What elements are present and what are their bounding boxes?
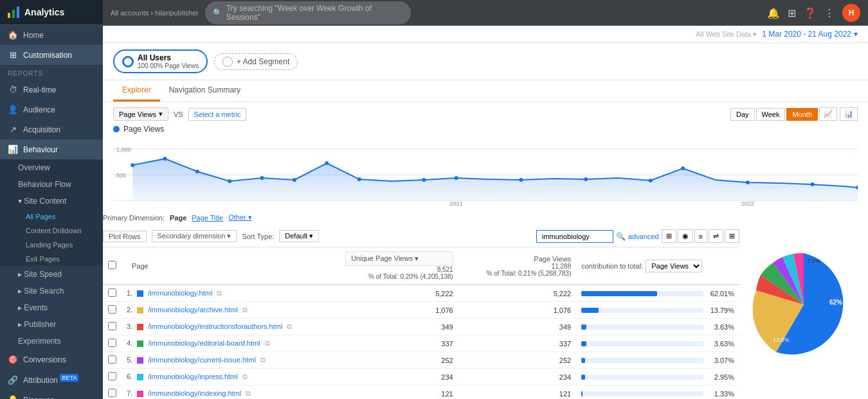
sidebar-item-behaviour[interactable]: 📊 Behaviour — [0, 139, 103, 159]
customisation-icon: ⊞ — [8, 50, 18, 60]
sidebar-item-customisation[interactable]: ⊞ Customisation — [0, 45, 103, 65]
chart-dot — [455, 176, 458, 180]
row-checkbox-1[interactable] — [108, 305, 116, 314]
sidebar-item-discover[interactable]: 💡 Discover — [0, 390, 103, 399]
bar-chart-btn[interactable]: 📊 — [840, 107, 858, 121]
row-checkbox-6[interactable] — [108, 389, 116, 397]
row-page-link[interactable]: /immunobiology/current-issue.html — [148, 356, 256, 364]
all-users-label: All Users — [138, 53, 199, 62]
tab-explorer[interactable]: Explorer — [113, 80, 160, 102]
sidebar-item-conversions[interactable]: 🎯 Conversions — [0, 350, 103, 369]
row-external-icon[interactable]: ⧉ — [246, 389, 251, 397]
chart-dot — [260, 176, 264, 180]
row-checkbox-2[interactable] — [108, 322, 116, 330]
notifications-icon[interactable]: 🔔 — [767, 7, 780, 19]
unique-pv-header-box[interactable]: Unique Page Views ▾ — [345, 251, 453, 266]
sidebar-item-behaviour-flow[interactable]: Behaviour Flow — [0, 176, 103, 193]
sidebar-item-all-pages[interactable]: All Pages — [0, 209, 103, 224]
chart-area: Page Views ▾ VS Select a metric Day Week… — [103, 102, 868, 209]
row-external-icon[interactable]: ⧉ — [242, 306, 248, 314]
sidebar-item-experiments[interactable]: Experiments — [0, 333, 103, 350]
sort-type-selector[interactable]: Default ▾ — [279, 230, 319, 242]
row-page-link[interactable]: /immunobiology/editorial-board.html — [148, 339, 260, 347]
sidebar-item-attribution[interactable]: 🔗 Attribution BETA — [0, 369, 103, 390]
segment-circle-icon — [122, 56, 134, 67]
row-upv: 234 — [340, 369, 458, 386]
sidebar-item-home[interactable]: 🏠 Home — [0, 25, 103, 45]
period-day-btn[interactable]: Day — [730, 108, 755, 121]
row-checkbox-0[interactable] — [108, 288, 116, 297]
sidebar-item-landing-pages[interactable]: Landing Pages — [0, 238, 103, 252]
list-view-btn[interactable]: ≡ — [694, 229, 707, 243]
sidebar-item-audience[interactable]: 👤 Audience — [0, 100, 103, 120]
row-checkbox-3[interactable] — [108, 339, 116, 347]
breadcrumb-account[interactable]: hilaripublisher — [155, 9, 199, 17]
period-week-btn[interactable]: Week — [756, 108, 786, 121]
row-pv: 252 — [458, 352, 577, 369]
sidebar-item-publisher[interactable]: ▸ Publisher — [0, 316, 103, 333]
th-unique-page-views[interactable]: Unique Page Views ▾ 8,521 % of Total: 0.… — [340, 247, 458, 285]
sidebar-item-realtime[interactable]: ⏱ Real-time — [0, 80, 103, 100]
row-external-icon[interactable]: ⧉ — [217, 289, 222, 297]
row-external-icon[interactable]: ⧉ — [242, 373, 248, 380]
row-pct: 3.07% — [709, 357, 734, 364]
row-external-icon[interactable]: ⧉ — [287, 323, 292, 330]
app-header: Analytics — [0, 0, 103, 25]
select-all-checkbox[interactable] — [108, 261, 116, 269]
row-checkbox-5[interactable] — [108, 372, 116, 380]
more-icon[interactable]: ⋮ — [824, 7, 835, 19]
date-range-selector[interactable]: 1 Mar 2020 - 21 Aug 2022 ▾ — [762, 30, 858, 39]
row-page-link[interactable]: /immunobiology/archive.html — [148, 306, 237, 314]
secondary-dim-label: Secondary dimension ▾ — [158, 232, 231, 240]
row-page-link[interactable]: /immunobiology/inpress.html — [148, 373, 237, 380]
metric-selector[interactable]: Page Views ▾ — [113, 107, 168, 121]
advanced-link[interactable]: advanced — [628, 233, 659, 240]
sidebar-item-site-content[interactable]: ▾ Site Content — [0, 193, 103, 209]
row-external-icon[interactable]: ⧉ — [260, 356, 266, 364]
period-month-btn[interactable]: Month — [786, 108, 818, 121]
sidebar-item-exit-pages[interactable]: Exit Pages — [0, 252, 103, 266]
dim-other-link[interactable]: Other ▾ — [228, 213, 252, 222]
row-checkbox-4[interactable] — [108, 355, 116, 364]
add-segment-button[interactable]: + Add Segment — [214, 53, 298, 70]
chart-dot — [195, 170, 199, 173]
row-page-link[interactable]: /immunobiology/instructionsforauthors.ht… — [148, 323, 282, 330]
search-box[interactable]: 🔍 Try searching "Week over Week Growth o… — [205, 1, 411, 24]
row-page-link[interactable]: /immunobiology.html — [148, 289, 212, 297]
line-chart-btn[interactable]: 📈 — [819, 107, 837, 121]
sidebar-item-site-speed[interactable]: ▸ Site Speed — [0, 266, 103, 283]
row-external-icon[interactable]: ⧉ — [265, 339, 270, 347]
pie-view-btn[interactable]: ◉ — [678, 229, 693, 243]
sidebar-item-content-drilldown[interactable]: Content Drilldown — [0, 224, 103, 238]
select-metric-btn[interactable]: Select a metric — [188, 108, 247, 121]
dim-page-link[interactable]: Page — [170, 214, 186, 222]
vs-label: VS — [174, 111, 183, 118]
user-avatar[interactable]: H — [842, 4, 860, 22]
row-bar — [581, 308, 599, 313]
sidebar-item-acquisition[interactable]: ↗ Acquisition — [0, 120, 103, 139]
all-users-segment[interactable]: All Users 100.00% Page Views — [113, 49, 208, 73]
chart-dot — [131, 163, 134, 167]
dim-page-title-link[interactable]: Page Title — [192, 214, 223, 222]
data-table: Page Unique Page Views ▾ 8,521 % of Tota… — [103, 247, 739, 399]
row-page-link[interactable]: /immunobiology/indexing.html — [148, 389, 241, 397]
pivot-view-btn[interactable]: ⊞ — [725, 229, 739, 243]
date-range-bar: All Web Site Data ▾ 1 Mar 2020 - 21 Aug … — [103, 26, 868, 43]
sidebar-item-events[interactable]: ▸ Events — [0, 299, 103, 316]
plot-rows-button[interactable]: Plot Rows — [103, 231, 147, 242]
search-filter-input[interactable] — [536, 230, 613, 243]
search-icon-btn[interactable]: 🔍 — [616, 232, 626, 241]
row-pct: 3.63% — [709, 323, 734, 331]
compare-view-btn[interactable]: ⇌ — [709, 229, 723, 243]
secondary-dimension-button[interactable]: Secondary dimension ▾ — [152, 230, 237, 242]
grid-icon[interactable]: ⊞ — [788, 7, 796, 19]
tab-navigation-summary[interactable]: Navigation Summary — [160, 80, 249, 102]
grid-view-btn[interactable]: ⊞ — [662, 229, 676, 243]
sidebar-item-overview[interactable]: Overview — [0, 159, 103, 176]
contribution-select[interactable]: Page Views — [646, 260, 702, 272]
help-icon[interactable]: ❓ — [804, 7, 817, 19]
experiments-label: Experiments — [18, 337, 61, 346]
svg-text:2021: 2021 — [450, 200, 463, 207]
sidebar-item-site-search[interactable]: ▸ Site Search — [0, 283, 103, 299]
breadcrumb-all-accounts[interactable]: All accounts — [111, 9, 149, 17]
